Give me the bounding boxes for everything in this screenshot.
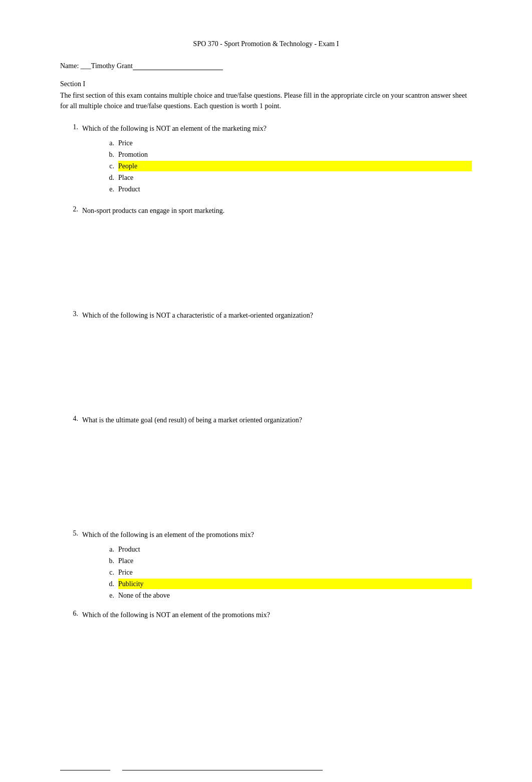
bottom-line-area xyxy=(60,764,472,772)
q1-choice-e-text: Product xyxy=(118,184,472,194)
q1-choice-d-text: Place xyxy=(118,172,472,183)
q3-text: Which of the following is NOT a characte… xyxy=(82,310,472,321)
question-3: 3. Which of the following is NOT a chara… xyxy=(60,310,472,321)
section-header-text: Section I xyxy=(60,80,85,88)
q5-choice-a: a. Product xyxy=(100,544,472,555)
q2-number: 2. xyxy=(60,205,78,213)
section-header: Section I xyxy=(60,80,472,88)
q5-choices: a. Product b. Place c. Price d. Publicit… xyxy=(100,544,472,601)
q5-choice-b: b. Place xyxy=(100,556,472,566)
q1-choice-e: e. Product xyxy=(100,184,472,194)
q6-text: Which of the following is NOT an element… xyxy=(82,610,472,620)
q1-choice-c-text: People xyxy=(118,161,472,171)
spacer-q1-q2 xyxy=(60,195,472,205)
q1-choice-b-letter: b. xyxy=(100,149,114,160)
name-label: Name: ___Timothy Grant xyxy=(60,62,133,70)
q5-choice-d-text: Publicity xyxy=(118,579,472,589)
q3-number: 3. xyxy=(60,310,78,318)
q5-choice-d: d. Publicity xyxy=(100,579,472,589)
q1-choice-b-text: Promotion xyxy=(118,149,472,160)
q5-choice-a-text: Product xyxy=(118,544,472,555)
section-intro-text: The first section of this exam contains … xyxy=(60,92,467,110)
q1-choice-a-letter: a. xyxy=(100,138,114,148)
q5-choice-b-letter: b. xyxy=(100,556,114,566)
question-5: 5. Which of the following is an element … xyxy=(60,530,472,540)
q5-choice-c-letter: c. xyxy=(100,567,114,578)
q4-text: What is the ultimate goal (end result) o… xyxy=(82,415,472,425)
q1-choice-b: b. Promotion xyxy=(100,149,472,160)
q2-text: Non-sport products can engage in sport m… xyxy=(82,205,472,216)
spacer-q2 xyxy=(60,220,472,310)
q5-choice-e-text: None of the above xyxy=(118,590,472,601)
question-4: 4. What is the ultimate goal (end result… xyxy=(60,415,472,425)
name-line: Name: ___Timothy Grant xyxy=(60,62,472,70)
q1-choice-c: c. People xyxy=(100,161,472,171)
spacer-q3 xyxy=(60,325,472,415)
q5-choice-c-text: Price xyxy=(118,567,472,578)
q5-text: Which of the following is an element of … xyxy=(82,530,472,540)
name-underline xyxy=(133,70,223,70)
q1-text: Which of the following is NOT an element… xyxy=(82,123,472,134)
spacer-q5-q6 xyxy=(60,602,472,610)
q5-choice-c: c. Price xyxy=(100,567,472,578)
bottom-underline-short xyxy=(60,770,110,770)
spacer-q4 xyxy=(60,429,472,530)
spacer-q6 xyxy=(60,624,472,724)
q1-choices: a. Price b. Promotion c. People d. Place… xyxy=(100,138,472,194)
question-6: 6. Which of the following is NOT an elem… xyxy=(60,610,472,620)
question-2: 2. Non-sport products can engage in spor… xyxy=(60,205,472,216)
q5-choice-e: e. None of the above xyxy=(100,590,472,601)
q5-number: 5. xyxy=(60,530,78,538)
title-text: SPO 370 - Sport Promotion & Technology -… xyxy=(193,40,339,48)
question-1: 1. Which of the following is NOT an elem… xyxy=(60,123,472,134)
q1-choice-c-letter: c. xyxy=(100,161,114,171)
q1-choice-a: a. Price xyxy=(100,138,472,148)
q5-choice-e-letter: e. xyxy=(100,590,114,601)
bottom-underline-long xyxy=(122,770,323,770)
q1-choice-d-letter: d. xyxy=(100,172,114,183)
q1-number: 1. xyxy=(60,123,78,131)
q4-number: 4. xyxy=(60,415,78,423)
section-intro: The first section of this exam contains … xyxy=(60,90,472,111)
q6-number: 6. xyxy=(60,610,78,618)
q1-choice-d: d. Place xyxy=(100,172,472,183)
page-title: SPO 370 - Sport Promotion & Technology -… xyxy=(60,40,472,48)
page: SPO 370 - Sport Promotion & Technology -… xyxy=(0,0,532,782)
q5-choice-a-letter: a. xyxy=(100,544,114,555)
q5-choice-b-text: Place xyxy=(118,556,472,566)
q1-choice-a-text: Price xyxy=(118,138,472,148)
q5-choice-d-letter: d. xyxy=(100,579,114,589)
q1-choice-e-letter: e. xyxy=(100,184,114,194)
